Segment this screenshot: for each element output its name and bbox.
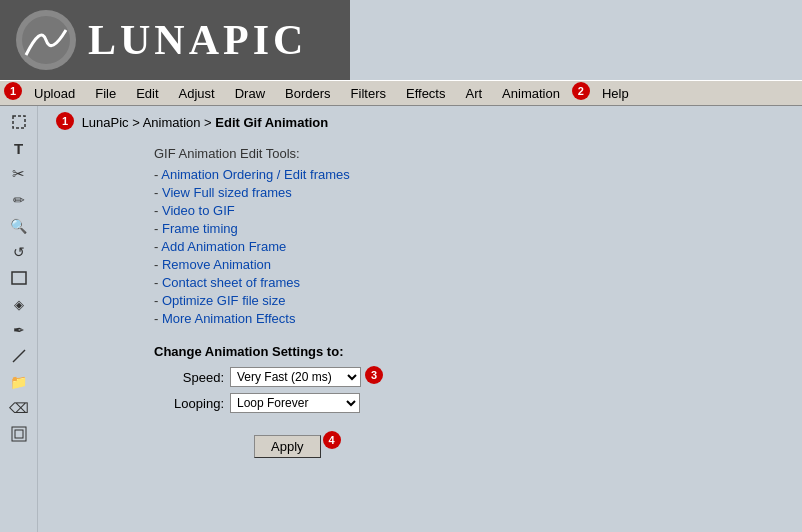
link-video-to-gif[interactable]: Video to GIF	[162, 203, 235, 218]
svg-rect-1	[13, 116, 25, 128]
list-item: - Animation Ordering / Edit frames	[154, 167, 786, 182]
list-item: - View Full sized frames	[154, 185, 786, 200]
line-tool[interactable]	[5, 344, 33, 368]
badge-4: 4	[323, 431, 341, 449]
menu-effects[interactable]: Effects	[396, 84, 456, 103]
list-item: - Video to GIF	[154, 203, 786, 218]
svg-rect-2	[12, 272, 26, 284]
menu-bar: 1 Upload File Edit Adjust Draw Borders F…	[0, 80, 802, 106]
menu-upload[interactable]: Upload	[24, 84, 85, 103]
text-tool[interactable]: T	[5, 136, 33, 160]
logo-text: LUNAPIC	[88, 16, 307, 64]
svg-rect-4	[12, 427, 26, 441]
rotate-tool[interactable]: ↺	[5, 240, 33, 264]
svg-line-3	[13, 350, 25, 362]
select-tool[interactable]	[5, 110, 33, 134]
rect-tool[interactable]	[5, 266, 33, 290]
looping-select[interactable]: Loop Forever Loop Once No Loop	[230, 393, 360, 413]
breadcrumb: 1 LunaPic > Animation > Edit Gif Animati…	[54, 114, 786, 132]
menu-file[interactable]: File	[85, 84, 126, 103]
link-optimize-gif[interactable]: Optimize GIF file size	[162, 293, 286, 308]
list-item: - More Animation Effects	[154, 311, 786, 326]
pencil-tool[interactable]: ✏	[5, 188, 33, 212]
erase-tool[interactable]: ⌫	[5, 396, 33, 420]
speed-row: Speed: Very Fast (20 ms) Fast (50 ms) No…	[154, 367, 786, 387]
menu-art[interactable]: Art	[455, 84, 492, 103]
sidebar: T ✂ ✏ 🔍 ↺ ◈ ✒ 📁 ⌫	[0, 106, 38, 532]
list-item: - Remove Animation	[154, 257, 786, 272]
content-area: 1 LunaPic > Animation > Edit Gif Animati…	[38, 106, 802, 532]
link-remove-animation[interactable]: Remove Animation	[162, 257, 271, 272]
speed-select[interactable]: Very Fast (20 ms) Fast (50 ms) Normal (1…	[230, 367, 361, 387]
svg-rect-5	[15, 430, 23, 438]
menu-help[interactable]: Help	[592, 84, 639, 103]
link-contact-sheet[interactable]: Contact sheet of frames	[162, 275, 300, 290]
list-item: - Add Animation Frame	[154, 239, 786, 254]
link-frame-timing[interactable]: Frame timing	[162, 221, 238, 236]
main-layout: T ✂ ✏ 🔍 ↺ ◈ ✒ 📁 ⌫ 1 LunaPic > Animation …	[0, 106, 802, 532]
list-item: - Contact sheet of frames	[154, 275, 786, 290]
list-item: - Frame timing	[154, 221, 786, 236]
settings-section: Change Animation Settings to: Speed: Ver…	[154, 344, 786, 413]
badge-1: 1	[4, 82, 22, 100]
apply-button[interactable]: Apply	[254, 435, 321, 458]
zoom-tool[interactable]: 🔍	[5, 214, 33, 238]
link-view-full[interactable]: View Full sized frames	[162, 185, 292, 200]
link-add-frame[interactable]: Add Animation Frame	[161, 239, 286, 254]
menu-animation[interactable]: Animation	[492, 84, 570, 103]
cut-tool[interactable]: ✂	[5, 162, 33, 186]
menu-borders[interactable]: Borders	[275, 84, 341, 103]
menu-edit[interactable]: Edit	[126, 84, 168, 103]
badge-2: 2	[572, 82, 590, 100]
folder-tool[interactable]: 📁	[5, 370, 33, 394]
menu-draw[interactable]: Draw	[225, 84, 275, 103]
tools-label: GIF Animation Edit Tools:	[154, 146, 786, 161]
tools-section: GIF Animation Edit Tools: - Animation Or…	[154, 146, 786, 326]
logo-bar: LUNAPIC	[0, 0, 350, 80]
menu-adjust[interactable]: Adjust	[169, 84, 225, 103]
apply-row: Apply 4	[154, 425, 786, 458]
brush-tool[interactable]: ◈	[5, 292, 33, 316]
settings-title: Change Animation Settings to:	[154, 344, 786, 359]
logo-icon	[16, 10, 76, 70]
breadcrumb-text: LunaPic > Animation > Edit Gif Animation	[82, 115, 329, 130]
looping-label: Looping:	[154, 396, 224, 411]
tools-list: - Animation Ordering / Edit frames - Vie…	[154, 167, 786, 326]
list-item: - Optimize GIF file size	[154, 293, 786, 308]
badge-1-content: 1	[56, 112, 74, 130]
badge-3: 3	[365, 366, 383, 384]
link-more-effects[interactable]: More Animation Effects	[162, 311, 295, 326]
menu-filters[interactable]: Filters	[341, 84, 396, 103]
link-animation-ordering[interactable]: Animation Ordering / Edit frames	[161, 167, 350, 182]
pen-tool[interactable]: ✒	[5, 318, 33, 342]
speed-label: Speed:	[154, 370, 224, 385]
looping-row: Looping: Loop Forever Loop Once No Loop	[154, 393, 786, 413]
current-page: Edit Gif Animation	[215, 115, 328, 130]
frame-tool[interactable]	[5, 422, 33, 446]
